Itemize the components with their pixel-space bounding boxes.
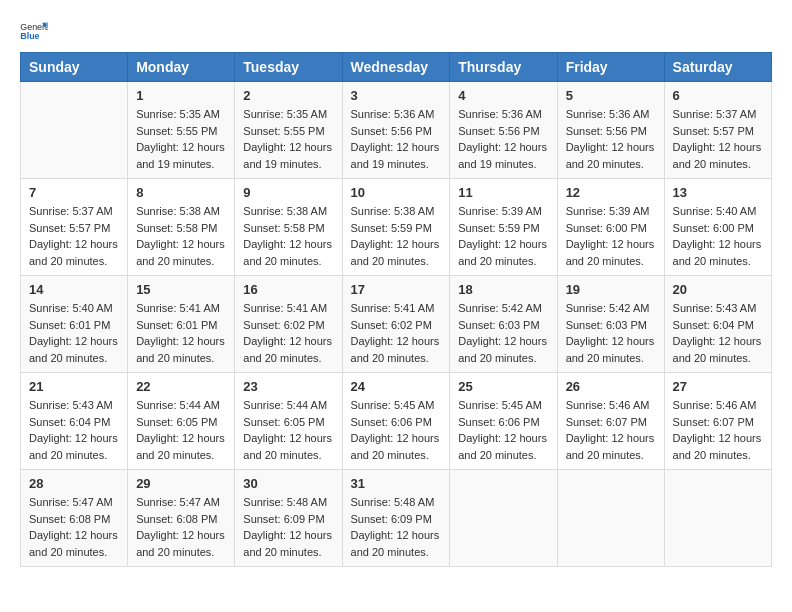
sunrise-20: Sunrise: 5:43 AM [673, 300, 763, 317]
calendar-cell-0-4: 4Sunrise: 5:36 AMSunset: 5:56 PMDaylight… [450, 82, 557, 179]
calendar-cell-2-4: 18Sunrise: 5:42 AMSunset: 6:03 PMDayligh… [450, 276, 557, 373]
sunrise-8: Sunrise: 5:38 AM [136, 203, 226, 220]
day-info-17: Sunrise: 5:41 AMSunset: 6:02 PMDaylight:… [351, 300, 442, 366]
sunrise-6: Sunrise: 5:37 AM [673, 106, 763, 123]
week-row-4: 28Sunrise: 5:47 AMSunset: 6:08 PMDayligh… [21, 470, 772, 567]
calendar-cell-3-3: 24Sunrise: 5:45 AMSunset: 6:06 PMDayligh… [342, 373, 450, 470]
calendar-cell-0-2: 2Sunrise: 5:35 AMSunset: 5:55 PMDaylight… [235, 82, 342, 179]
day-number-6: 6 [673, 88, 763, 103]
daylight-11: Daylight: 12 hours and 20 minutes. [458, 236, 548, 269]
sunset-8: Sunset: 5:58 PM [136, 220, 226, 237]
sunset-4: Sunset: 5:56 PM [458, 123, 548, 140]
daylight-23: Daylight: 12 hours and 20 minutes. [243, 430, 333, 463]
sunrise-15: Sunrise: 5:41 AM [136, 300, 226, 317]
calendar-cell-4-0: 28Sunrise: 5:47 AMSunset: 6:08 PMDayligh… [21, 470, 128, 567]
daylight-18: Daylight: 12 hours and 20 minutes. [458, 333, 548, 366]
sunset-11: Sunset: 5:59 PM [458, 220, 548, 237]
sunset-12: Sunset: 6:00 PM [566, 220, 656, 237]
calendar-cell-3-5: 26Sunrise: 5:46 AMSunset: 6:07 PMDayligh… [557, 373, 664, 470]
day-number-22: 22 [136, 379, 226, 394]
sunset-29: Sunset: 6:08 PM [136, 511, 226, 528]
sunset-19: Sunset: 6:03 PM [566, 317, 656, 334]
calendar-cell-1-0: 7Sunrise: 5:37 AMSunset: 5:57 PMDaylight… [21, 179, 128, 276]
day-number-21: 21 [29, 379, 119, 394]
daylight-13: Daylight: 12 hours and 20 minutes. [673, 236, 763, 269]
sunset-28: Sunset: 6:08 PM [29, 511, 119, 528]
calendar-cell-3-2: 23Sunrise: 5:44 AMSunset: 6:05 PMDayligh… [235, 373, 342, 470]
day-number-5: 5 [566, 88, 656, 103]
daylight-10: Daylight: 12 hours and 20 minutes. [351, 236, 442, 269]
page-header: General Blue [20, 20, 772, 42]
sunset-24: Sunset: 6:06 PM [351, 414, 442, 431]
day-info-14: Sunrise: 5:40 AMSunset: 6:01 PMDaylight:… [29, 300, 119, 366]
sunrise-29: Sunrise: 5:47 AM [136, 494, 226, 511]
header-friday: Friday [557, 53, 664, 82]
daylight-26: Daylight: 12 hours and 20 minutes. [566, 430, 656, 463]
day-number-8: 8 [136, 185, 226, 200]
daylight-17: Daylight: 12 hours and 20 minutes. [351, 333, 442, 366]
sunrise-19: Sunrise: 5:42 AM [566, 300, 656, 317]
sunset-15: Sunset: 6:01 PM [136, 317, 226, 334]
sunrise-3: Sunrise: 5:36 AM [351, 106, 442, 123]
day-info-2: Sunrise: 5:35 AMSunset: 5:55 PMDaylight:… [243, 106, 333, 172]
day-info-18: Sunrise: 5:42 AMSunset: 6:03 PMDaylight:… [458, 300, 548, 366]
sunset-6: Sunset: 5:57 PM [673, 123, 763, 140]
daylight-27: Daylight: 12 hours and 20 minutes. [673, 430, 763, 463]
day-number-2: 2 [243, 88, 333, 103]
calendar-cell-3-4: 25Sunrise: 5:45 AMSunset: 6:06 PMDayligh… [450, 373, 557, 470]
sunset-13: Sunset: 6:00 PM [673, 220, 763, 237]
sunset-2: Sunset: 5:55 PM [243, 123, 333, 140]
day-info-31: Sunrise: 5:48 AMSunset: 6:09 PMDaylight:… [351, 494, 442, 560]
day-number-30: 30 [243, 476, 333, 491]
calendar-cell-4-6 [664, 470, 771, 567]
sunrise-31: Sunrise: 5:48 AM [351, 494, 442, 511]
day-info-10: Sunrise: 5:38 AMSunset: 5:59 PMDaylight:… [351, 203, 442, 269]
calendar-cell-1-4: 11Sunrise: 5:39 AMSunset: 5:59 PMDayligh… [450, 179, 557, 276]
day-number-26: 26 [566, 379, 656, 394]
sunrise-10: Sunrise: 5:38 AM [351, 203, 442, 220]
day-info-7: Sunrise: 5:37 AMSunset: 5:57 PMDaylight:… [29, 203, 119, 269]
sunrise-11: Sunrise: 5:39 AM [458, 203, 548, 220]
sunrise-14: Sunrise: 5:40 AM [29, 300, 119, 317]
day-number-25: 25 [458, 379, 548, 394]
sunrise-27: Sunrise: 5:46 AM [673, 397, 763, 414]
sunset-26: Sunset: 6:07 PM [566, 414, 656, 431]
calendar-cell-4-4 [450, 470, 557, 567]
day-info-5: Sunrise: 5:36 AMSunset: 5:56 PMDaylight:… [566, 106, 656, 172]
sunset-18: Sunset: 6:03 PM [458, 317, 548, 334]
calendar-cell-3-0: 21Sunrise: 5:43 AMSunset: 6:04 PMDayligh… [21, 373, 128, 470]
daylight-25: Daylight: 12 hours and 20 minutes. [458, 430, 548, 463]
day-info-11: Sunrise: 5:39 AMSunset: 5:59 PMDaylight:… [458, 203, 548, 269]
day-info-24: Sunrise: 5:45 AMSunset: 6:06 PMDaylight:… [351, 397, 442, 463]
sunrise-30: Sunrise: 5:48 AM [243, 494, 333, 511]
sunset-3: Sunset: 5:56 PM [351, 123, 442, 140]
sunset-7: Sunset: 5:57 PM [29, 220, 119, 237]
day-info-16: Sunrise: 5:41 AMSunset: 6:02 PMDaylight:… [243, 300, 333, 366]
day-number-1: 1 [136, 88, 226, 103]
logo-icon: General Blue [20, 20, 48, 42]
calendar-cell-1-5: 12Sunrise: 5:39 AMSunset: 6:00 PMDayligh… [557, 179, 664, 276]
calendar-cell-4-2: 30Sunrise: 5:48 AMSunset: 6:09 PMDayligh… [235, 470, 342, 567]
day-info-22: Sunrise: 5:44 AMSunset: 6:05 PMDaylight:… [136, 397, 226, 463]
day-number-20: 20 [673, 282, 763, 297]
daylight-4: Daylight: 12 hours and 19 minutes. [458, 139, 548, 172]
day-info-20: Sunrise: 5:43 AMSunset: 6:04 PMDaylight:… [673, 300, 763, 366]
calendar-cell-4-1: 29Sunrise: 5:47 AMSunset: 6:08 PMDayligh… [128, 470, 235, 567]
daylight-19: Daylight: 12 hours and 20 minutes. [566, 333, 656, 366]
daylight-12: Daylight: 12 hours and 20 minutes. [566, 236, 656, 269]
day-info-3: Sunrise: 5:36 AMSunset: 5:56 PMDaylight:… [351, 106, 442, 172]
header-wednesday: Wednesday [342, 53, 450, 82]
sunrise-28: Sunrise: 5:47 AM [29, 494, 119, 511]
daylight-29: Daylight: 12 hours and 20 minutes. [136, 527, 226, 560]
sunrise-26: Sunrise: 5:46 AM [566, 397, 656, 414]
daylight-20: Daylight: 12 hours and 20 minutes. [673, 333, 763, 366]
calendar-cell-0-1: 1Sunrise: 5:35 AMSunset: 5:55 PMDaylight… [128, 82, 235, 179]
daylight-9: Daylight: 12 hours and 20 minutes. [243, 236, 333, 269]
header-sunday: Sunday [21, 53, 128, 82]
daylight-30: Daylight: 12 hours and 20 minutes. [243, 527, 333, 560]
logo: General Blue [20, 20, 54, 42]
daylight-5: Daylight: 12 hours and 20 minutes. [566, 139, 656, 172]
sunrise-23: Sunrise: 5:44 AM [243, 397, 333, 414]
calendar-cell-2-6: 20Sunrise: 5:43 AMSunset: 6:04 PMDayligh… [664, 276, 771, 373]
day-info-29: Sunrise: 5:47 AMSunset: 6:08 PMDaylight:… [136, 494, 226, 560]
